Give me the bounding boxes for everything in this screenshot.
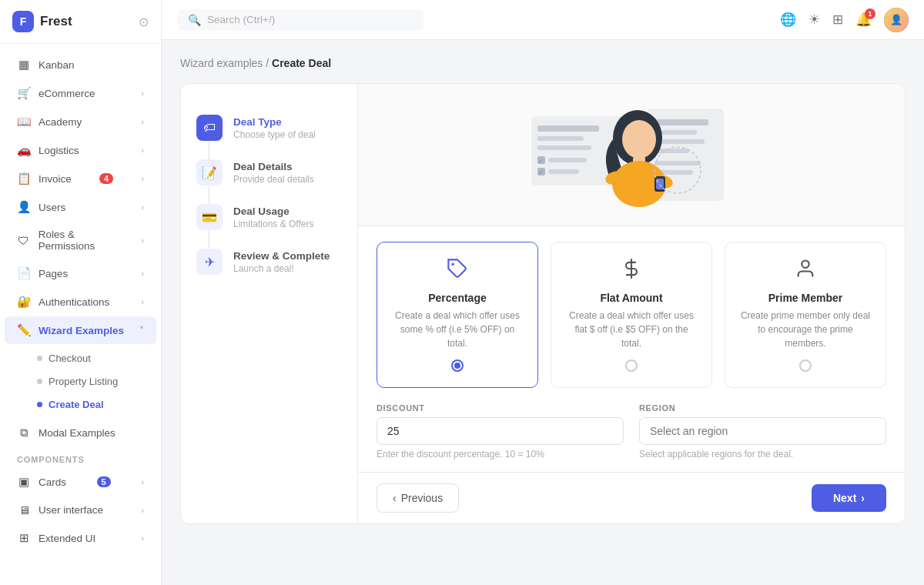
step-deal-type: 🏷 Deal Type Choose type of deal [196, 105, 342, 150]
wizard-fields: DISCOUNT Enter the discount percentage. … [358, 388, 905, 472]
nav-label-auth: Authentications [38, 296, 109, 308]
deal-card-flat[interactable]: Flat Amount Create a deal which offer us… [551, 242, 712, 388]
components-section-label: COMPONENTS [0, 447, 161, 467]
pages-icon: 📄 [17, 266, 31, 280]
wizard-footer: ‹ Previous Next › [358, 472, 905, 523]
wizard-card: 🏷 Deal Type Choose type of deal 📝 Deal D… [180, 83, 906, 524]
next-button[interactable]: Next › [812, 484, 886, 512]
svg-rect-15 [654, 161, 701, 165]
chevron-right-icon: › [141, 477, 144, 486]
ecommerce-icon: 🛒 [17, 86, 31, 100]
region-input[interactable] [639, 417, 886, 445]
card-desc-prime: Create prime member only deal to encoura… [738, 309, 873, 350]
illustration-svg: ✓ ✓ [524, 93, 739, 216]
ui-icon: 🖥 [17, 503, 31, 516]
globe-icon[interactable]: 🌐 [780, 12, 796, 28]
svg-text:✓: ✓ [538, 169, 544, 176]
sidebar-item-users[interactable]: 👤 Users › [5, 193, 156, 221]
nav-label-ui: User interface [38, 504, 103, 516]
sidebar-item-wizard[interactable]: ✏️ Wizard Examples ˅ [5, 316, 156, 344]
roles-icon: 🛡 [17, 234, 31, 247]
step-icon-review: ✈ [196, 249, 223, 275]
chevron-right-icon: › [141, 297, 144, 306]
wizard-illustration: ✓ ✓ [358, 84, 905, 226]
chevron-right-icon: › [141, 145, 144, 155]
notification-badge: 1 [865, 8, 875, 19]
dot-icon [37, 356, 42, 361]
sidebar-item-checkout[interactable]: Checkout [5, 347, 156, 369]
step-icon-deal-details: 📝 [196, 159, 223, 186]
users-icon: 👤 [17, 200, 31, 214]
step-info-review: Review & Complete Launch a deal! [233, 249, 330, 274]
search-bar[interactable]: 🔍 Search (Ctrl+/) [177, 9, 424, 31]
card-desc-percentage: Create a deal which offer uses some % of… [390, 309, 525, 350]
step-desc-review: Launch a deal! [233, 263, 330, 274]
sidebar-item-ecommerce[interactable]: 🛒 eCommerce › [5, 79, 156, 107]
sidebar-item-pages[interactable]: 📄 Pages › [5, 259, 156, 287]
sidebar-toggle-icon[interactable]: ⊙ [139, 15, 149, 29]
chevron-right-icon: › [141, 269, 144, 278]
topbar-icons: 🌐 ☀ ⊞ 🔔 1 👤 [780, 8, 909, 32]
svg-rect-1 [537, 125, 599, 132]
percentage-icon [390, 258, 525, 284]
sidebar-item-invoice[interactable]: 📋 Invoice 4 › [5, 165, 156, 192]
sidebar-item-extended-ui[interactable]: ⊞ Extended UI › [5, 524, 156, 552]
step-review: ✈ Review & Complete Launch a deal! [196, 239, 342, 284]
discount-input[interactable] [377, 417, 624, 445]
region-field-group: REGION Select applicable regions for the… [639, 403, 886, 460]
deal-card-percentage[interactable]: Percentage Create a deal which offer use… [377, 242, 538, 388]
chevron-right-icon: › [141, 506, 144, 515]
step-deal-details: 📝 Deal Details Provide deal details [196, 150, 342, 195]
invoice-badge: 4 [99, 173, 113, 184]
breadcrumb-current: Create Deal [272, 57, 331, 69]
svg-rect-2 [537, 136, 584, 141]
chevron-right-icon: › [141, 533, 144, 543]
sidebar-logo: F Frest ⊙ [0, 0, 161, 44]
svg-rect-11 [654, 119, 708, 125]
main-content: 🔍 Search (Ctrl+/) 🌐 ☀ ⊞ 🔔 1 👤 Wizard exa… [162, 0, 924, 585]
breadcrumb-parent[interactable]: Wizard examples [180, 57, 263, 69]
wizard-main: ✓ ✓ [358, 84, 905, 523]
step-title-deal-details: Deal Details [233, 161, 314, 172]
sidebar-item-ui[interactable]: 🖥 User interface › [5, 496, 156, 523]
svg-rect-5 [548, 158, 587, 162]
chevron-left-icon: ‹ [393, 492, 397, 504]
avatar[interactable]: 👤 [884, 8, 909, 32]
sidebar-item-auth[interactable]: 🔐 Authentications › [5, 288, 156, 316]
logistics-icon: 🚗 [17, 143, 31, 157]
sidebar-item-create-deal[interactable]: Create Deal [5, 393, 156, 416]
step-title-deal-type: Deal Type [233, 116, 316, 128]
sidebar-item-academy[interactable]: 📖 Academy › [5, 108, 156, 135]
sidebar: F Frest ⊙ ▦ Kanban 🛒 eCommerce › 📖 Acade… [0, 0, 162, 585]
deal-card-prime[interactable]: Prime Member Create prime member only de… [725, 242, 886, 388]
nav-label-pages: Pages [38, 268, 68, 279]
radio-dot-flat [625, 359, 638, 372]
prev-label: Previous [401, 492, 443, 504]
nav-label-invoice: Invoice [38, 173, 72, 185]
theme-icon[interactable]: ☀ [808, 12, 820, 28]
sidebar-item-roles[interactable]: 🛡 Roles & Permissions › [5, 222, 156, 259]
sidebar-item-kanban[interactable]: ▦ Kanban [5, 51, 156, 79]
sidebar-item-property-listing[interactable]: Property Listing [5, 370, 156, 393]
nav-label-kanban: Kanban [38, 59, 75, 71]
flat-amount-icon [564, 258, 699, 284]
sidebar-item-modal[interactable]: ⧉ Modal Examples [5, 419, 156, 446]
sidebar-item-logistics[interactable]: 🚗 Logistics › [5, 136, 156, 164]
chevron-right-icon: › [861, 492, 865, 504]
radio-prime[interactable] [738, 359, 873, 372]
svg-rect-3 [537, 145, 591, 150]
grid-icon[interactable]: ⊞ [832, 12, 843, 28]
previous-button[interactable]: ‹ Previous [377, 483, 459, 513]
radio-percentage[interactable] [390, 359, 525, 372]
nav-label-cards: Cards [38, 476, 66, 488]
sidebar-item-cards[interactable]: ▣ Cards 5 › [5, 468, 156, 496]
discount-hint: Enter the discount percentage. 10 = 10% [377, 449, 624, 460]
avatar-image: 👤 [884, 8, 909, 32]
modal-icon: ⧉ [17, 426, 31, 440]
notification-wrap[interactable]: 🔔 1 [855, 12, 872, 28]
svg-point-18 [622, 120, 656, 159]
radio-flat[interactable] [564, 359, 699, 372]
radio-dot-prime [799, 359, 812, 372]
nav-label-extended-ui: Extended UI [38, 533, 95, 544]
search-icon: 🔍 [188, 14, 201, 26]
